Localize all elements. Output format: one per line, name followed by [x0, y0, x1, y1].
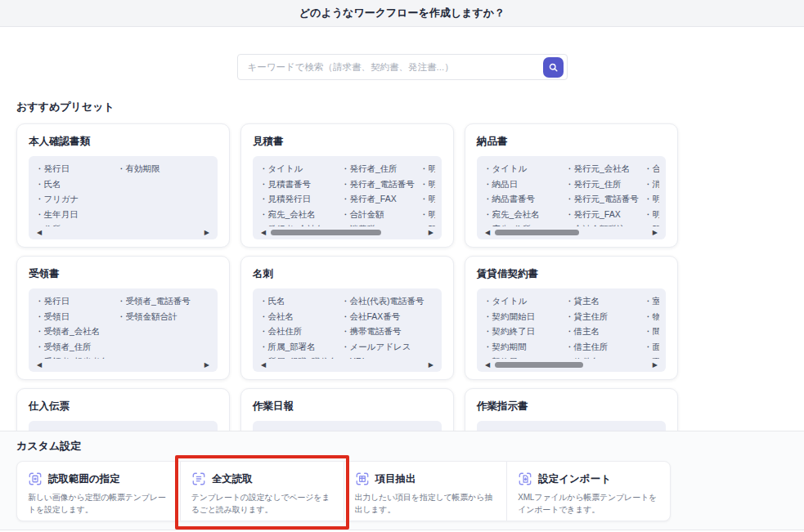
scroll-track[interactable] — [47, 230, 200, 235]
preset-field: 受領金額合計 — [117, 309, 195, 324]
preset-field-area: 発行日受領日受領者_会社名受領者_住所受領者_担当者名受領者_電話番号受領金額合… — [29, 288, 218, 372]
preset-field: 所属_部署名 — [259, 339, 341, 355]
custom-option-title: 項目抽出 — [375, 472, 416, 486]
preset-field: 受領日 — [35, 309, 117, 324]
card-scrollbar[interactable]: ◀▶ — [35, 360, 211, 370]
scroll-track[interactable] — [47, 362, 200, 368]
preset-field: 契約開始日 — [483, 309, 565, 324]
search-button[interactable] — [543, 57, 564, 78]
custom-option-highlighted[interactable]: 全文読取テンプレートの設定なしでページをまるごと読み取ります。 — [180, 462, 344, 521]
card-scrollbar[interactable]: ◀▶ — [259, 227, 435, 238]
scroll-right-icon[interactable]: ▶ — [429, 362, 433, 369]
preset-field: 合計金額税込 — [565, 221, 644, 226]
custom-settings-section: カスタム設定 読取範囲の指定新しい画像から定型の帳票テンプレートを設定します。全… — [0, 431, 804, 530]
preset-field: タイトル — [483, 293, 565, 309]
scroll-track[interactable] — [495, 230, 648, 235]
scroll-right-icon[interactable]: ▶ — [204, 362, 209, 369]
search-box — [237, 54, 568, 80]
scroll-thumb[interactable] — [495, 230, 579, 235]
card-scrollbar[interactable]: ◀▶ — [483, 360, 659, 370]
full-text-scan-icon — [191, 472, 206, 486]
preset-card[interactable]: 見積書タイトル見積書番号見積発行日宛先_会社名発行者_会社名発行者_住所発行者_… — [240, 123, 454, 248]
preset-field-column: 室番物件間取面積面積 — [644, 293, 659, 359]
item-extract-icon — [355, 472, 370, 486]
preset-field: 消費 — [644, 177, 659, 192]
preset-field: 発行者_会社名 — [259, 221, 341, 226]
custom-option-head: 項目抽出 — [355, 472, 496, 486]
preset-field: 携帯電話番号 — [341, 324, 420, 339]
preset-field: 所属_役職_職位名 — [259, 354, 341, 359]
custom-option-title: 設定インポート — [538, 472, 611, 486]
scroll-left-icon[interactable]: ◀ — [37, 230, 42, 236]
preset-field-columns: 氏名会社名会社住所所属_部署名所属_役職_職位名会社(代表)電話番号会社FAX番… — [259, 293, 435, 359]
preset-field: 明細 — [644, 221, 659, 226]
preset-field: 見積発行日 — [259, 191, 341, 207]
scroll-track[interactable] — [271, 362, 424, 368]
preset-card-title: 本人確認書類 — [29, 135, 218, 149]
preset-field: 発行元_住所 — [565, 177, 644, 192]
card-scrollbar[interactable]: ◀▶ — [35, 227, 211, 238]
scroll-right-icon[interactable]: ▶ — [204, 230, 209, 236]
scroll-left-icon[interactable]: ◀ — [485, 362, 490, 369]
presets-heading: おすすめプリセット — [16, 100, 115, 114]
preset-card-title: 見積書 — [253, 135, 442, 149]
preset-field: 会社FAX番号 — [341, 309, 420, 324]
scroll-right-icon[interactable]: ▶ — [653, 230, 658, 236]
preset-field: 発行元_FAX — [565, 207, 644, 222]
custom-option-description: 出力したい項目を指定して帳票から抽出します。 — [355, 491, 496, 516]
custom-options-panel: 読取範囲の指定新しい画像から定型の帳票テンプレートを設定します。全文読取テンプレ… — [16, 461, 671, 521]
scroll-left-icon[interactable]: ◀ — [261, 230, 266, 236]
preset-field: 会社住所 — [259, 324, 341, 339]
card-scrollbar[interactable]: ◀▶ — [259, 360, 435, 370]
preset-field: 明細 — [420, 221, 435, 226]
preset-field: 物件名 — [565, 354, 644, 359]
scroll-thumb[interactable] — [271, 230, 380, 235]
preset-field: 合計 — [644, 161, 659, 177]
custom-option-title: 読取範囲の指定 — [48, 472, 120, 486]
scroll-track[interactable] — [271, 230, 424, 235]
custom-option-description: 新しい画像から定型の帳票テンプレートを設定します。 — [28, 491, 169, 516]
custom-option-head: 全文読取 — [191, 472, 333, 486]
custom-option-item[interactable]: 項目抽出出力したい項目を指定して帳票から抽出します。 — [344, 462, 507, 521]
preset-card[interactable]: 本人確認書類発行日氏名フリガナ生年月日住所有効期限◀▶ — [16, 123, 230, 248]
preset-field: 発行者_住所 — [341, 161, 420, 177]
preset-field: 消費税 — [341, 221, 420, 226]
scroll-left-icon[interactable]: ◀ — [37, 362, 42, 369]
preset-field-columns: タイトル契約開始日契約終了日契約期間契約日貸主名貸主住所借主名借主住所物件名室番… — [483, 293, 659, 359]
preset-field: 発行日 — [35, 161, 117, 177]
preset-field: 借主名 — [565, 324, 644, 339]
preset-field: 住所 — [35, 221, 117, 226]
custom-option-item[interactable]: 設定インポートXMLファイルから帳票テンプレートをインポートできます。 — [506, 462, 670, 521]
scroll-left-icon[interactable]: ◀ — [485, 230, 490, 236]
preset-card[interactable]: 受領書発行日受領日受領者_会社名受領者_住所受領者_担当者名受領者_電話番号受領… — [16, 256, 230, 380]
preset-field: 契約終了日 — [483, 324, 565, 339]
search-icon — [548, 62, 559, 73]
preset-field: 契約日 — [483, 354, 565, 359]
search-input[interactable] — [238, 55, 542, 79]
preset-card-title: 作業日報 — [253, 400, 442, 414]
custom-option-item[interactable]: 読取範囲の指定新しい画像から定型の帳票テンプレートを設定します。 — [17, 462, 180, 521]
preset-card[interactable]: 賃貸借契約書タイトル契約開始日契約終了日契約期間契約日貸主名貸主住所借主名借主住… — [465, 256, 678, 380]
scroll-right-icon[interactable]: ▶ — [653, 362, 658, 369]
preset-field-column: 発行元_会社名発行元_住所発行元_電話番号発行元_FAX合計金額税込 — [565, 161, 644, 226]
scroll-thumb[interactable] — [495, 362, 583, 368]
scroll-track[interactable] — [495, 362, 648, 368]
preset-field: 納品書番号 — [483, 191, 565, 207]
preset-field: 明細 — [420, 177, 435, 192]
preset-field-column: タイトル納品日納品書番号宛先_会社名宛先_住所 — [483, 161, 565, 226]
preset-card-title: 受領書 — [29, 267, 218, 281]
preset-card[interactable]: 納品書タイトル納品日納品書番号宛先_会社名宛先_住所発行元_会社名発行元_住所発… — [465, 123, 678, 248]
preset-field: 貸主住所 — [565, 309, 644, 324]
preset-field: 発行者_FAX — [341, 191, 420, 207]
preset-field: 室番 — [644, 293, 659, 309]
scroll-right-icon[interactable]: ▶ — [429, 230, 433, 236]
preset-field-columns: 発行日氏名フリガナ生年月日住所有効期限 — [35, 161, 211, 226]
preset-field: メールアドレス — [341, 339, 420, 355]
preset-field: 氏名 — [259, 293, 341, 309]
custom-option-description: XMLファイルから帳票テンプレートをインポートできます。 — [518, 491, 659, 516]
preset-field: 発行元_電話番号 — [565, 191, 644, 207]
scroll-left-icon[interactable]: ◀ — [261, 362, 266, 369]
card-scrollbar[interactable]: ◀▶ — [483, 227, 659, 238]
preset-field: 明細 — [420, 161, 435, 177]
preset-card[interactable]: 名刺氏名会社名会社住所所属_部署名所属_役職_職位名会社(代表)電話番号会社FA… — [240, 256, 454, 380]
